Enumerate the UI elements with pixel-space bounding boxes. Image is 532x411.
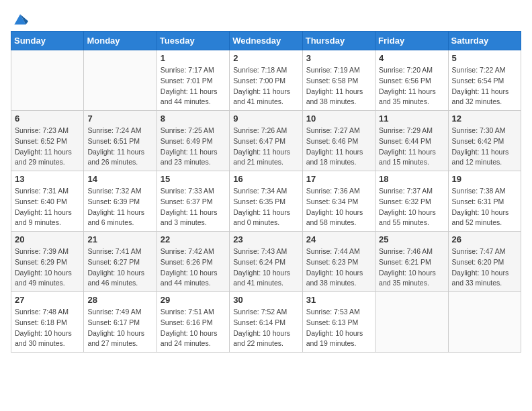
day-info: Sunrise: 7:48 AMSunset: 6:18 PMDaylight:… (15, 307, 80, 349)
day-info: Sunrise: 7:44 AMSunset: 6:23 PMDaylight:… (306, 246, 371, 289)
calendar-day-31: 31Sunrise: 7:53 AMSunset: 6:13 PMDayligh… (302, 292, 375, 353)
day-number: 1 (161, 53, 226, 63)
calendar-day-3: 3Sunrise: 7:19 AMSunset: 6:58 PMDaylight… (302, 50, 375, 111)
calendar-empty-cell (448, 292, 521, 353)
day-number: 19 (452, 174, 517, 184)
day-number: 15 (161, 174, 226, 184)
day-info: Sunrise: 7:51 AMSunset: 6:16 PMDaylight:… (161, 307, 226, 349)
calendar-day-25: 25Sunrise: 7:46 AMSunset: 6:21 PMDayligh… (375, 232, 448, 292)
day-info: Sunrise: 7:47 AMSunset: 6:20 PMDaylight:… (452, 246, 517, 289)
day-info: Sunrise: 7:43 AMSunset: 6:24 PMDaylight:… (233, 246, 298, 289)
day-number: 16 (233, 174, 298, 184)
weekday-header-wednesday: Wednesday (230, 32, 302, 50)
day-info: Sunrise: 7:27 AMSunset: 6:46 PMDaylight:… (306, 126, 371, 168)
day-number: 27 (15, 295, 80, 305)
day-info: Sunrise: 7:18 AMSunset: 7:00 PMDaylight:… (233, 65, 298, 107)
day-info: Sunrise: 7:39 AMSunset: 6:29 PMDaylight:… (15, 246, 80, 289)
day-number: 5 (452, 53, 517, 63)
day-number: 21 (87, 234, 152, 244)
day-info: Sunrise: 7:36 AMSunset: 6:34 PMDaylight:… (306, 186, 371, 228)
calendar-day-28: 28Sunrise: 7:49 AMSunset: 6:17 PMDayligh… (84, 292, 157, 353)
day-info: Sunrise: 7:22 AMSunset: 6:54 PMDaylight:… (452, 65, 517, 107)
calendar-day-30: 30Sunrise: 7:52 AMSunset: 6:14 PMDayligh… (230, 292, 302, 353)
day-number: 7 (87, 113, 152, 124)
weekday-header-friday: Friday (375, 32, 448, 50)
day-number: 25 (379, 234, 444, 244)
day-number: 2 (233, 53, 298, 63)
day-number: 22 (161, 234, 226, 244)
day-info: Sunrise: 7:53 AMSunset: 6:13 PMDaylight:… (306, 307, 371, 349)
calendar-empty-cell (375, 292, 448, 353)
day-info: Sunrise: 7:23 AMSunset: 6:52 PMDaylight:… (15, 126, 80, 168)
calendar-day-29: 29Sunrise: 7:51 AMSunset: 6:16 PMDayligh… (157, 292, 229, 353)
weekday-header-monday: Monday (84, 32, 157, 50)
calendar-day-26: 26Sunrise: 7:47 AMSunset: 6:20 PMDayligh… (448, 232, 521, 292)
day-number: 29 (161, 295, 226, 305)
calendar-week-row: 6Sunrise: 7:23 AMSunset: 6:52 PMDaylight… (11, 111, 521, 171)
calendar-week-row: 27Sunrise: 7:48 AMSunset: 6:18 PMDayligh… (11, 292, 521, 353)
logo-icon (12, 11, 28, 27)
day-number: 8 (161, 113, 226, 124)
day-info: Sunrise: 7:20 AMSunset: 6:56 PMDaylight:… (379, 65, 444, 107)
calendar-day-23: 23Sunrise: 7:43 AMSunset: 6:24 PMDayligh… (230, 232, 302, 292)
day-number: 18 (379, 174, 444, 184)
day-number: 26 (452, 234, 517, 244)
day-number: 4 (379, 53, 444, 63)
day-info: Sunrise: 7:49 AMSunset: 6:17 PMDaylight:… (87, 307, 152, 349)
day-info: Sunrise: 7:42 AMSunset: 6:26 PMDaylight:… (161, 246, 226, 289)
calendar-day-13: 13Sunrise: 7:31 AMSunset: 6:40 PMDayligh… (11, 171, 84, 232)
day-info: Sunrise: 7:38 AMSunset: 6:31 PMDaylight:… (452, 186, 517, 228)
day-info: Sunrise: 7:29 AMSunset: 6:44 PMDaylight:… (379, 126, 444, 168)
calendar-day-20: 20Sunrise: 7:39 AMSunset: 6:29 PMDayligh… (11, 232, 84, 292)
calendar-day-18: 18Sunrise: 7:37 AMSunset: 6:32 PMDayligh… (375, 171, 448, 232)
day-number: 23 (233, 234, 298, 244)
weekday-header-tuesday: Tuesday (157, 32, 229, 50)
calendar-day-11: 11Sunrise: 7:29 AMSunset: 6:44 PMDayligh… (375, 111, 448, 171)
day-info: Sunrise: 7:24 AMSunset: 6:51 PMDaylight:… (87, 126, 152, 168)
day-number: 10 (306, 113, 371, 124)
calendar-day-17: 17Sunrise: 7:36 AMSunset: 6:34 PMDayligh… (302, 171, 375, 232)
day-info: Sunrise: 7:46 AMSunset: 6:21 PMDaylight:… (379, 246, 444, 289)
calendar-empty-cell (11, 50, 84, 111)
day-number: 12 (452, 113, 517, 124)
calendar-day-7: 7Sunrise: 7:24 AMSunset: 6:51 PMDaylight… (84, 111, 157, 171)
day-number: 11 (379, 113, 444, 124)
calendar-day-2: 2Sunrise: 7:18 AMSunset: 7:00 PMDaylight… (230, 50, 302, 111)
day-info: Sunrise: 7:52 AMSunset: 6:14 PMDaylight:… (233, 307, 298, 349)
day-info: Sunrise: 7:31 AMSunset: 6:40 PMDaylight:… (15, 186, 80, 228)
weekday-header-saturday: Saturday (448, 32, 521, 50)
day-info: Sunrise: 7:37 AMSunset: 6:32 PMDaylight:… (379, 186, 444, 228)
day-info: Sunrise: 7:30 AMSunset: 6:42 PMDaylight:… (452, 126, 517, 168)
calendar-day-15: 15Sunrise: 7:33 AMSunset: 6:37 PMDayligh… (157, 171, 229, 232)
calendar-day-14: 14Sunrise: 7:32 AMSunset: 6:39 PMDayligh… (84, 171, 157, 232)
calendar-week-row: 20Sunrise: 7:39 AMSunset: 6:29 PMDayligh… (11, 232, 521, 292)
calendar-day-8: 8Sunrise: 7:25 AMSunset: 6:49 PMDaylight… (157, 111, 229, 171)
page-header (11, 11, 521, 24)
calendar-day-16: 16Sunrise: 7:34 AMSunset: 6:35 PMDayligh… (230, 171, 302, 232)
day-info: Sunrise: 7:19 AMSunset: 6:58 PMDaylight:… (306, 65, 371, 107)
calendar-week-row: 13Sunrise: 7:31 AMSunset: 6:40 PMDayligh… (11, 171, 521, 232)
day-number: 31 (306, 295, 371, 305)
calendar-day-1: 1Sunrise: 7:17 AMSunset: 7:01 PMDaylight… (157, 50, 229, 111)
calendar-day-4: 4Sunrise: 7:20 AMSunset: 6:56 PMDaylight… (375, 50, 448, 111)
day-number: 20 (15, 234, 80, 244)
day-number: 24 (306, 234, 371, 244)
calendar-day-10: 10Sunrise: 7:27 AMSunset: 6:46 PMDayligh… (302, 111, 375, 171)
calendar-day-19: 19Sunrise: 7:38 AMSunset: 6:31 PMDayligh… (448, 171, 521, 232)
day-number: 3 (306, 53, 371, 63)
calendar-table: SundayMondayTuesdayWednesdayThursdayFrid… (11, 31, 521, 353)
day-number: 28 (87, 295, 152, 305)
calendar-header-row: SundayMondayTuesdayWednesdayThursdayFrid… (11, 32, 521, 50)
logo (11, 11, 28, 24)
calendar-empty-cell (84, 50, 157, 111)
calendar-day-6: 6Sunrise: 7:23 AMSunset: 6:52 PMDaylight… (11, 111, 84, 171)
day-number: 30 (233, 295, 298, 305)
calendar-day-27: 27Sunrise: 7:48 AMSunset: 6:18 PMDayligh… (11, 292, 84, 353)
day-info: Sunrise: 7:33 AMSunset: 6:37 PMDaylight:… (161, 186, 226, 228)
day-info: Sunrise: 7:17 AMSunset: 7:01 PMDaylight:… (161, 65, 226, 107)
day-info: Sunrise: 7:25 AMSunset: 6:49 PMDaylight:… (161, 126, 226, 168)
calendar-day-9: 9Sunrise: 7:26 AMSunset: 6:47 PMDaylight… (230, 111, 302, 171)
calendar-day-21: 21Sunrise: 7:41 AMSunset: 6:27 PMDayligh… (84, 232, 157, 292)
calendar-day-5: 5Sunrise: 7:22 AMSunset: 6:54 PMDaylight… (448, 50, 521, 111)
calendar-week-row: 1Sunrise: 7:17 AMSunset: 7:01 PMDaylight… (11, 50, 521, 111)
